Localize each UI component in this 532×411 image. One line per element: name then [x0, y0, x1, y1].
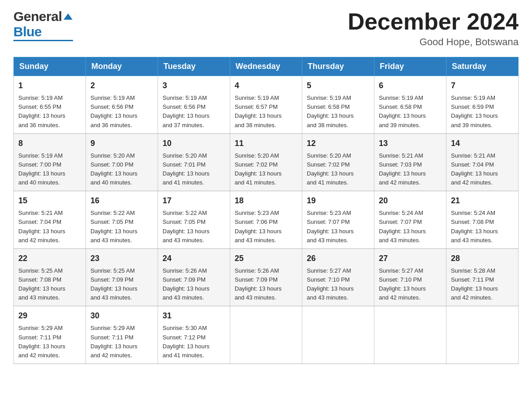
- calendar-cell: 8Sunrise: 5:19 AMSunset: 7:00 PMDaylight…: [14, 133, 86, 191]
- calendar-cell: 31Sunrise: 5:30 AMSunset: 7:12 PMDayligh…: [158, 306, 230, 364]
- day-number: 11: [235, 137, 297, 150]
- calendar-cell: 19Sunrise: 5:23 AMSunset: 7:07 PMDayligh…: [302, 191, 374, 249]
- calendar-cell: 3Sunrise: 5:19 AMSunset: 6:56 PMDaylight…: [158, 76, 230, 134]
- day-number: 28: [451, 253, 514, 265]
- calendar-cell: 12Sunrise: 5:20 AMSunset: 7:02 PMDayligh…: [302, 133, 374, 191]
- day-info: Sunrise: 5:26 AMSunset: 7:09 PMDaylight:…: [163, 266, 225, 303]
- logo-row: General: [13, 9, 73, 24]
- calendar-cell: 11Sunrise: 5:20 AMSunset: 7:02 PMDayligh…: [230, 133, 302, 191]
- col-saturday: Saturday: [446, 57, 519, 76]
- day-number: 20: [379, 195, 442, 207]
- day-number: 18: [235, 195, 297, 207]
- calendar-cell: 22Sunrise: 5:25 AMSunset: 7:08 PMDayligh…: [14, 248, 86, 306]
- calendar-cell: 6Sunrise: 5:19 AMSunset: 6:58 PMDaylight…: [374, 76, 446, 134]
- col-friday: Friday: [374, 57, 446, 76]
- calendar-cell: 16Sunrise: 5:22 AMSunset: 7:05 PMDayligh…: [86, 191, 158, 249]
- page: General Blue December 2024 Good Hope, Bo…: [0, 0, 532, 373]
- day-info: Sunrise: 5:19 AMSunset: 6:59 PMDaylight:…: [451, 94, 514, 130]
- calendar-cell: 27Sunrise: 5:27 AMSunset: 7:10 PMDayligh…: [374, 248, 446, 306]
- day-info: Sunrise: 5:22 AMSunset: 7:05 PMDaylight:…: [90, 209, 153, 245]
- day-number: 21: [451, 195, 514, 207]
- day-info: Sunrise: 5:20 AMSunset: 7:00 PMDaylight:…: [90, 151, 153, 188]
- day-info: Sunrise: 5:24 AMSunset: 7:08 PMDaylight:…: [451, 209, 514, 245]
- calendar-cell: 30Sunrise: 5:29 AMSunset: 7:11 PMDayligh…: [86, 306, 158, 364]
- calendar-cell: 28Sunrise: 5:28 AMSunset: 7:11 PMDayligh…: [446, 248, 519, 306]
- day-info: Sunrise: 5:19 AMSunset: 6:56 PMDaylight:…: [163, 94, 225, 130]
- day-info: Sunrise: 5:22 AMSunset: 7:05 PMDaylight:…: [163, 209, 225, 245]
- day-info: Sunrise: 5:19 AMSunset: 6:58 PMDaylight:…: [307, 94, 369, 130]
- day-number: 10: [163, 137, 225, 150]
- day-info: Sunrise: 5:29 AMSunset: 7:11 PMDaylight:…: [90, 324, 153, 360]
- day-number: 12: [307, 137, 369, 150]
- week-row-2: 8Sunrise: 5:19 AMSunset: 7:00 PMDaylight…: [14, 133, 519, 191]
- day-number: 30: [90, 310, 153, 322]
- day-number: 13: [379, 137, 442, 150]
- logo-blue-row: Blue: [13, 24, 42, 39]
- day-number: 3: [163, 80, 225, 92]
- day-number: 22: [18, 253, 81, 265]
- day-info: Sunrise: 5:30 AMSunset: 7:12 PMDaylight:…: [163, 324, 225, 360]
- col-wednesday: Wednesday: [230, 57, 302, 76]
- day-info: Sunrise: 5:23 AMSunset: 7:07 PMDaylight:…: [307, 209, 369, 245]
- calendar-cell: [374, 306, 446, 364]
- day-number: 16: [90, 195, 153, 207]
- day-number: 17: [163, 195, 225, 207]
- calendar-cell: [302, 306, 374, 364]
- calendar-cell: 4Sunrise: 5:19 AMSunset: 6:57 PMDaylight…: [230, 76, 302, 134]
- day-number: 31: [163, 310, 225, 322]
- day-info: Sunrise: 5:29 AMSunset: 7:11 PMDaylight:…: [18, 324, 81, 360]
- calendar-cell: 21Sunrise: 5:24 AMSunset: 7:08 PMDayligh…: [446, 191, 519, 249]
- day-info: Sunrise: 5:19 AMSunset: 7:00 PMDaylight:…: [18, 151, 81, 188]
- day-number: 7: [451, 80, 514, 92]
- logo: General Blue: [13, 9, 73, 41]
- day-info: Sunrise: 5:25 AMSunset: 7:08 PMDaylight:…: [18, 266, 81, 303]
- week-row-1: 1Sunrise: 5:19 AMSunset: 6:55 PMDaylight…: [14, 76, 519, 134]
- calendar-cell: 13Sunrise: 5:21 AMSunset: 7:03 PMDayligh…: [374, 133, 446, 191]
- calendar-cell: 23Sunrise: 5:25 AMSunset: 7:09 PMDayligh…: [86, 248, 158, 306]
- logo-blue-text: Blue: [13, 24, 42, 39]
- week-row-5: 29Sunrise: 5:29 AMSunset: 7:11 PMDayligh…: [14, 306, 519, 364]
- day-number: 27: [379, 253, 442, 265]
- day-info: Sunrise: 5:28 AMSunset: 7:11 PMDaylight:…: [451, 266, 514, 303]
- calendar-cell: 2Sunrise: 5:19 AMSunset: 6:56 PMDaylight…: [86, 76, 158, 134]
- calendar-cell: 18Sunrise: 5:23 AMSunset: 7:06 PMDayligh…: [230, 191, 302, 249]
- day-info: Sunrise: 5:20 AMSunset: 7:02 PMDaylight:…: [235, 151, 297, 188]
- calendar-cell: 1Sunrise: 5:19 AMSunset: 6:55 PMDaylight…: [14, 76, 86, 134]
- day-number: 29: [18, 310, 81, 322]
- header-row: Sunday Monday Tuesday Wednesday Thursday…: [14, 57, 519, 76]
- day-number: 15: [18, 195, 81, 207]
- logo-arrow-icon: [63, 12, 73, 23]
- calendar-cell: 29Sunrise: 5:29 AMSunset: 7:11 PMDayligh…: [14, 306, 86, 364]
- calendar-cell: 14Sunrise: 5:21 AMSunset: 7:04 PMDayligh…: [446, 133, 519, 191]
- day-info: Sunrise: 5:27 AMSunset: 7:10 PMDaylight:…: [379, 266, 442, 303]
- col-tuesday: Tuesday: [158, 57, 230, 76]
- day-info: Sunrise: 5:19 AMSunset: 6:57 PMDaylight:…: [235, 94, 297, 130]
- day-number: 14: [451, 137, 514, 150]
- day-number: 5: [307, 80, 369, 92]
- calendar-cell: 5Sunrise: 5:19 AMSunset: 6:58 PMDaylight…: [302, 76, 374, 134]
- calendar-cell: [230, 306, 302, 364]
- day-info: Sunrise: 5:20 AMSunset: 7:02 PMDaylight:…: [307, 151, 369, 188]
- calendar-cell: 7Sunrise: 5:19 AMSunset: 6:59 PMDaylight…: [446, 76, 519, 134]
- day-info: Sunrise: 5:19 AMSunset: 6:58 PMDaylight:…: [379, 94, 442, 130]
- calendar-cell: 24Sunrise: 5:26 AMSunset: 7:09 PMDayligh…: [158, 248, 230, 306]
- day-number: 19: [307, 195, 369, 207]
- svg-marker-0: [64, 13, 73, 20]
- day-number: 8: [18, 137, 81, 150]
- day-info: Sunrise: 5:24 AMSunset: 7:07 PMDaylight:…: [379, 209, 442, 245]
- day-info: Sunrise: 5:19 AMSunset: 6:55 PMDaylight:…: [18, 94, 81, 130]
- title-block: December 2024 Good Hope, Botswana: [348, 9, 519, 48]
- day-info: Sunrise: 5:21 AMSunset: 7:04 PMDaylight:…: [451, 151, 514, 188]
- day-number: 9: [90, 137, 153, 150]
- day-number: 4: [235, 80, 297, 92]
- calendar-cell: 10Sunrise: 5:20 AMSunset: 7:01 PMDayligh…: [158, 133, 230, 191]
- day-number: 2: [90, 80, 153, 92]
- logo-underline: [13, 40, 73, 41]
- calendar-cell: 9Sunrise: 5:20 AMSunset: 7:00 PMDaylight…: [86, 133, 158, 191]
- week-row-3: 15Sunrise: 5:21 AMSunset: 7:04 PMDayligh…: [14, 191, 519, 249]
- day-info: Sunrise: 5:19 AMSunset: 6:56 PMDaylight:…: [90, 94, 153, 130]
- day-info: Sunrise: 5:26 AMSunset: 7:09 PMDaylight:…: [235, 266, 297, 303]
- day-number: 25: [235, 253, 297, 265]
- col-sunday: Sunday: [14, 57, 86, 76]
- day-info: Sunrise: 5:21 AMSunset: 7:03 PMDaylight:…: [379, 151, 442, 188]
